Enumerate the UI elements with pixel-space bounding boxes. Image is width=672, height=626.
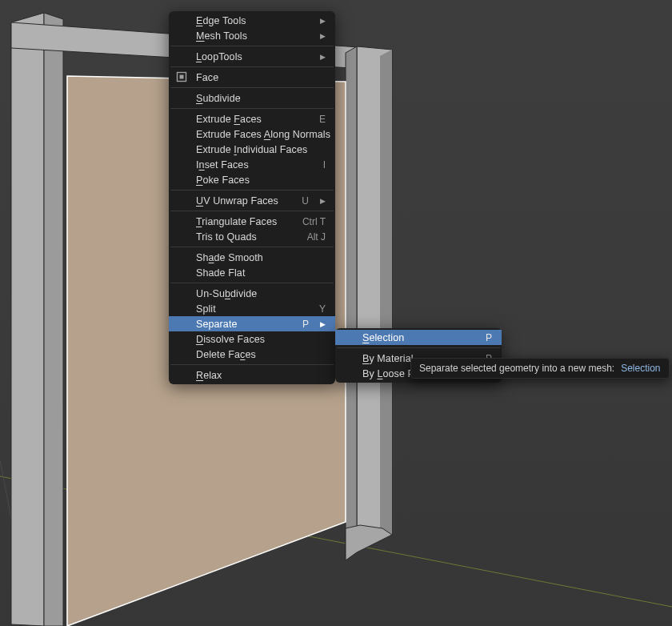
menu-item-label: Face [196,72,326,83]
shortcut-label: Y [319,303,326,315]
menu-item-label: Un-Subdivide [196,288,326,299]
menu-separator [170,364,334,365]
menu-separator [170,46,334,46]
menu-item-tris-to-quads[interactable]: Tris to Quads Alt J [169,229,335,244]
menu-item-label: Shade Flat [196,267,326,279]
menu-separator [170,66,334,67]
shortcut-label: E [319,114,326,125]
menu-separator [170,87,334,88]
menu-item-edge-tools[interactable]: Edge Tools ▶ [169,13,335,28]
shortcut-label: P [302,319,309,330]
submenu-arrow-icon: ▶ [320,32,326,40]
svg-marker-11 [346,525,392,560]
menu-item-label: Shade Smooth [196,252,326,263]
menu-item-label: Split [196,303,303,315]
face-mode-icon [175,70,188,83]
menu-item-shade-flat[interactable]: Shade Flat [169,265,335,280]
menu-item-label: Extrude Faces Along Normals [196,129,330,140]
shortcut-label: I [323,159,326,171]
menu-item-split[interactable]: Split Y [169,301,335,316]
menu-item-face[interactable]: Face [169,70,335,85]
menu-item-label: Extrude Individual Faces [196,144,326,155]
shortcut-label: P [486,332,492,343]
menu-item-triangulate[interactable]: Triangulate Faces Ctrl T [169,214,335,229]
submenu-item-selection[interactable]: Selection P [335,330,502,345]
menu-item-shade-smooth[interactable]: Shade Smooth [169,250,335,265]
shortcut-label: Alt J [307,231,326,243]
face-context-menu: Edge Tools ▶ Mesh Tools ▶ LoopTools ▶ Fa… [169,11,335,384]
menu-item-relax[interactable]: Relax [169,367,335,383]
menu-item-subdivide[interactable]: Subdivide [169,90,335,106]
menu-item-delete-faces[interactable]: Delete Faces [169,347,335,362]
menu-item-poke-faces[interactable]: Poke Faces [169,172,335,187]
submenu-arrow-icon: ▶ [320,17,326,25]
submenu-arrow-icon: ▶ [320,53,326,61]
menu-item-extrude-faces[interactable]: Extrude Faces E [169,111,335,126]
svg-marker-10 [380,50,392,535]
menu-item-dissolve-faces[interactable]: Dissolve Faces [169,331,335,347]
shortcut-label: Ctrl T [302,216,326,227]
submenu-arrow-icon: ▶ [320,320,326,328]
menu-item-label: Inset Faces [196,159,307,171]
menu-item-separate[interactable]: Separate P ▶ [169,316,335,331]
menu-item-uv-unwrap[interactable]: UV Unwrap Faces U ▶ [169,193,335,208]
menu-separator [170,190,334,191]
svg-marker-5 [44,13,63,626]
tooltip-operator-name: Selection [621,363,660,374]
menu-separator [170,211,334,211]
tooltip: Separate selected geometry into a new me… [410,358,670,379]
menu-separator [170,247,334,247]
menu-item-looptools[interactable]: LoopTools ▶ [169,49,335,64]
shortcut-label: U [302,195,309,207]
menu-item-label: Separate [196,319,286,330]
menu-item-extrude-along-normals[interactable]: Extrude Faces Along Normals [169,126,335,142]
3d-viewport[interactable] [0,0,672,626]
svg-marker-4 [11,13,44,626]
submenu-arrow-icon: ▶ [320,197,326,205]
menu-item-label: Tris to Quads [196,231,291,243]
svg-rect-14 [180,75,184,79]
menu-item-mesh-tools[interactable]: Mesh Tools ▶ [169,28,335,43]
menu-item-inset-faces[interactable]: Inset Faces I [169,157,335,172]
menu-item-label: Extrude Faces [196,114,303,125]
svg-marker-9 [346,46,357,560]
menu-separator [170,108,334,109]
menu-item-label: Delete Faces [196,349,326,360]
menu-item-un-subdivide[interactable]: Un-Subdivide [169,286,335,301]
menu-item-extrude-individual[interactable]: Extrude Individual Faces [169,142,335,157]
menu-separator [337,347,500,348]
menu-separator [170,283,334,283]
tooltip-description: Separate selected geometry into a new me… [419,363,614,374]
